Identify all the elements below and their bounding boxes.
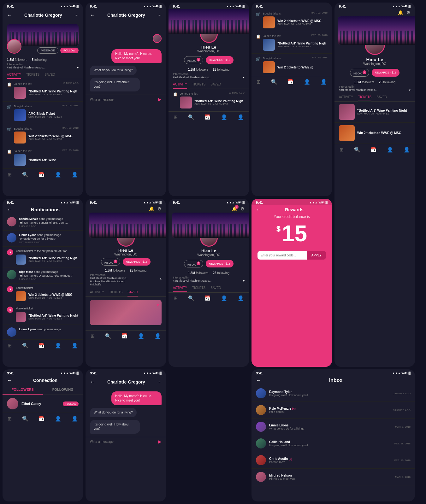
conn-tab-followers[interactable]: FOLLOWERS xyxy=(3,385,43,395)
bell-icon-saved[interactable]: 🔔 xyxy=(149,206,154,211)
nav-search-variant[interactable]: 🔍 xyxy=(188,295,194,301)
bell-icon-variant[interactable]: 🔔1 xyxy=(232,206,237,211)
nav-person-notif[interactable]: 👤 xyxy=(55,343,61,349)
back-inbox[interactable]: ← xyxy=(256,378,261,383)
hieu-expand-1[interactable]: ▾ xyxy=(243,76,245,79)
nav-calendar-hieu-l[interactable]: 📅 xyxy=(370,147,377,153)
rewards-button-l[interactable]: REWARDS · $15 xyxy=(372,69,399,77)
nav-profile-feed[interactable]: 👤 xyxy=(321,79,327,85)
inbox-item-kyle[interactable]: Kyle McKenzie (4) I'm a dentist. 5 HOURS… xyxy=(251,402,415,419)
nav-profile-conn[interactable]: 👤 xyxy=(72,416,78,422)
tab-tickets-1[interactable]: TICKETS xyxy=(26,71,39,79)
nav-calendar-saved[interactable]: 📅 xyxy=(121,333,128,339)
more-cc2[interactable]: ··· xyxy=(157,379,162,385)
tab-saved-saved[interactable]: SAVED xyxy=(127,289,138,296)
chat-input-cc2[interactable] xyxy=(90,440,156,443)
rewards-button-1[interactable]: REWARDS · $15 xyxy=(206,56,234,64)
nav-home-hieu-l[interactable]: ⊞ xyxy=(340,147,344,153)
nav-home-notif[interactable]: ⊞ xyxy=(8,343,12,349)
nav-home-1[interactable]: ⊞ xyxy=(8,172,12,178)
nav-profile-saved[interactable]: 👤 xyxy=(155,333,161,339)
more-chat[interactable]: ··· xyxy=(157,12,162,18)
collapse-btn-saved[interactable]: ▴ xyxy=(160,277,162,280)
send-button-cc2[interactable]: ▶ xyxy=(158,439,162,444)
hieu-tab-tickets-1[interactable]: TICKETS xyxy=(192,81,205,89)
tab-saved-variant[interactable]: SAVED xyxy=(210,284,221,292)
inbox-button-1[interactable]: INBOX 2 xyxy=(184,56,203,64)
hieu-expand-l[interactable]: ▾ xyxy=(409,88,411,92)
follow-button-1[interactable]: FOLLOW xyxy=(60,48,79,53)
nav-calendar-variant[interactable]: 📅 xyxy=(204,295,211,301)
tab-activity-saved[interactable]: ACTIVITY xyxy=(90,289,104,296)
nav-profile-hieu-l[interactable]: 👤 xyxy=(404,147,410,153)
hieu-tab-saved-1[interactable]: SAVED xyxy=(210,81,221,89)
nav-calendar-notif[interactable]: 📅 xyxy=(38,343,45,349)
nav-search-feed[interactable]: 🔍 xyxy=(271,79,277,85)
tab-activity-1[interactable]: ACTIVITY xyxy=(7,71,21,79)
nav-home-saved[interactable]: ⊞ xyxy=(91,333,95,339)
hieu-tab-activity-l[interactable]: ACTIVITY xyxy=(339,93,353,101)
hieu-tab-tickets-l[interactable]: TICKETS xyxy=(358,93,371,101)
expand-variant[interactable]: ▾ xyxy=(243,279,245,283)
back-cc2[interactable]: ← xyxy=(90,379,95,385)
tab-tickets-variant[interactable]: TICKETS xyxy=(192,284,205,292)
nav-person-feed[interactable]: 👤 xyxy=(304,79,310,85)
nav-person-variant[interactable]: 👤 xyxy=(221,295,227,301)
inbox-button-l[interactable]: INBOX 2 xyxy=(350,69,369,77)
nav-calendar-feed[interactable]: 📅 xyxy=(287,79,294,85)
nav-search-conn[interactable]: 🔍 xyxy=(22,416,28,422)
nav-person-hieu-l[interactable]: 👤 xyxy=(387,147,393,153)
nav-home-hieu1[interactable]: ⊞ xyxy=(174,114,178,120)
back-button-1[interactable]: ← xyxy=(7,12,12,18)
more-button-1[interactable]: ··· xyxy=(74,12,79,18)
back-rewards[interactable]: ← xyxy=(256,207,261,213)
nav-profile-variant[interactable]: 👤 xyxy=(238,295,244,301)
hieu-tab-saved-l[interactable]: SAVED xyxy=(376,93,387,101)
rewards-code-input[interactable] xyxy=(257,251,307,260)
nav-person-hieu1[interactable]: 👤 xyxy=(221,114,227,120)
conn-tab-following[interactable]: FOLLOWING xyxy=(43,385,83,395)
tab-activity-variant[interactable]: ACTIVITY xyxy=(173,284,187,292)
back-conn[interactable]: ← xyxy=(7,378,12,383)
nav-search-saved[interactable]: 🔍 xyxy=(105,333,111,339)
gear-icon-saved[interactable]: ⚙ xyxy=(157,206,162,211)
nav-home-variant[interactable]: ⊞ xyxy=(174,295,178,301)
nav-person-saved[interactable]: 👤 xyxy=(138,333,144,339)
nav-search-hieu-l[interactable]: 🔍 xyxy=(354,147,360,153)
back-chat[interactable]: ← xyxy=(90,12,95,18)
nav-profile-hieu1[interactable]: 👤 xyxy=(238,114,244,120)
inbox-button-saved[interactable]: INBOX 2 xyxy=(101,258,120,266)
nav-profile-1[interactable]: 👤 xyxy=(72,172,78,178)
gear-icon-variant[interactable]: ⚙ xyxy=(240,206,245,211)
inbox-item-chris[interactable]: Chris Austin (2) Pardon me? FEB. 19, 201… xyxy=(251,452,415,469)
nav-home-feed[interactable]: ⊞ xyxy=(257,79,261,85)
rewards-button-variant[interactable]: REWARDS · $15 xyxy=(206,260,234,268)
message-button-1[interactable]: MESSAGE xyxy=(37,47,58,54)
nav-home-conn[interactable]: ⊞ xyxy=(8,416,12,422)
follow-ethel-btn[interactable]: FOLLOW xyxy=(63,401,79,406)
nav-profile-notif[interactable]: 👤 xyxy=(72,343,78,349)
expand-interests-1[interactable]: ▾ xyxy=(77,66,79,69)
inbox-item-raymond[interactable]: Raymond Tyler It's going well! How about… xyxy=(251,385,415,402)
bell-icon-hieu-l[interactable]: 🔔 xyxy=(398,10,403,15)
back-notif[interactable]: ← xyxy=(7,207,12,213)
gear-icon-hieu-l[interactable]: ⚙ xyxy=(406,10,411,15)
nav-person-1[interactable]: 👤 xyxy=(55,172,61,178)
inbox-item-mildred[interactable]: Mildred Nelson Hi! Nice to meet you. MAR… xyxy=(251,469,415,485)
nav-search-1[interactable]: 🔍 xyxy=(22,172,28,178)
inbox-item-callie[interactable]: Callie Holland It's going well! How abou… xyxy=(251,435,415,452)
inbox-button-variant[interactable]: INBOX 2 xyxy=(184,260,203,268)
rewards-apply-button[interactable]: APPLY xyxy=(307,251,326,260)
nav-calendar-conn[interactable]: 📅 xyxy=(38,416,45,422)
send-button[interactable]: ▶ xyxy=(158,97,162,102)
rewards-button-saved[interactable]: REWARDS · $15 xyxy=(123,258,151,266)
nav-calendar-1[interactable]: 📅 xyxy=(38,172,45,178)
inbox-item-linnie[interactable]: Linnie Lyons What do you do for a living… xyxy=(251,419,415,435)
tab-tickets-saved[interactable]: TICKETS xyxy=(109,289,122,296)
nav-person-conn[interactable]: 👤 xyxy=(55,416,61,422)
tab-saved-1[interactable]: SAVED xyxy=(44,71,55,79)
hieu-tab-activity-1[interactable]: ACTIVITY xyxy=(173,81,187,89)
chat-input[interactable] xyxy=(90,98,156,101)
nav-search-notif[interactable]: 🔍 xyxy=(22,343,28,349)
nav-calendar-hieu1[interactable]: 📅 xyxy=(204,114,211,120)
